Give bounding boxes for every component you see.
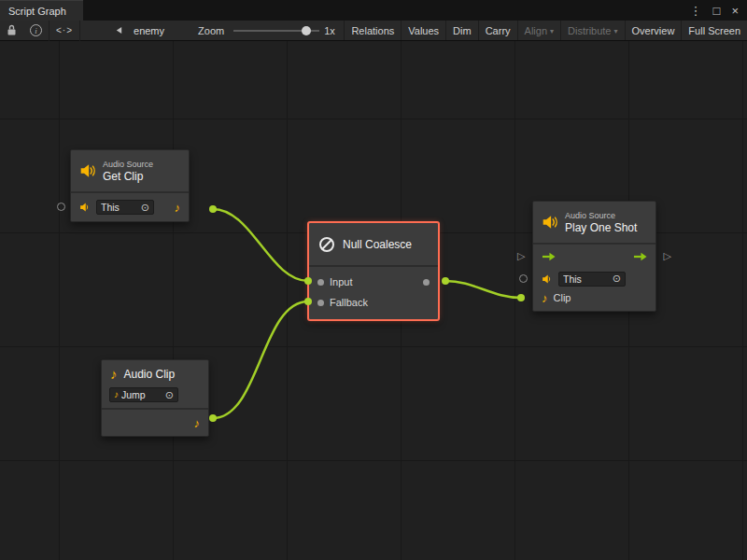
input-port-label: Input	[330, 276, 352, 287]
lock-icon[interactable]	[0, 21, 23, 40]
node-audio-clip[interactable]: ♪ Audio Clip ♪ Jump ⊙ ♪	[101, 359, 209, 437]
clip-output-port-icon[interactable]: ♪	[175, 202, 181, 214]
toolbar-button-dim[interactable]: Dim	[445, 21, 478, 40]
object-picker-icon[interactable]: ⊙	[165, 390, 174, 400]
caret-down-icon: ▾	[614, 27, 618, 35]
graph-pointer-icon	[108, 21, 130, 40]
this-dropdown[interactable]: This ⊙	[96, 200, 154, 215]
node-title: Get Clip	[103, 170, 153, 183]
note-icon: ♪	[114, 390, 119, 399]
zoom-slider-handle[interactable]	[302, 26, 311, 35]
toolbar-button-values[interactable]: Values	[401, 21, 445, 40]
caret-down-icon: ▾	[550, 27, 554, 35]
audio-clip-icon: ♪	[110, 367, 118, 381]
graph-toolbar: i <·> enemy Zoom 1x Relations Values Dim…	[0, 21, 747, 41]
audio-source-icon	[542, 214, 558, 231]
zoom-slider[interactable]	[233, 25, 319, 36]
zoom-value: 1x	[324, 25, 335, 36]
result-output-port[interactable]	[423, 279, 430, 286]
node-play-one-shot[interactable]: Audio Source Play One Shot	[532, 201, 656, 312]
audio-source-icon	[79, 162, 96, 179]
clip-input-port-icon[interactable]: ♪	[542, 292, 548, 304]
zoom-label: Zoom	[198, 25, 224, 36]
flow-in-outer-port[interactable]: ▷	[517, 251, 525, 261]
flow-out-port[interactable]	[633, 252, 647, 261]
graph-name: enemy	[134, 25, 164, 36]
wire-getclip-to-input	[213, 209, 308, 281]
node-null-coalesce[interactable]: Null Coalesce Input Fallback	[308, 222, 439, 320]
kebab-menu-icon[interactable]: ⋮	[690, 5, 702, 17]
node-play-one-shot-header[interactable]: Audio Source Play One Shot	[533, 202, 655, 243]
toolbar-button-distribute: Distribute▾	[560, 21, 624, 40]
node-null-coalesce-header[interactable]: Null Coalesce	[309, 223, 438, 265]
code-view-icon[interactable]: <·>	[49, 21, 79, 40]
maximize-icon[interactable]: □	[713, 5, 721, 17]
tab-title: Script Graph	[8, 6, 66, 17]
graph-canvas[interactable]: Audio Source Get Clip This ⊙ ♪	[0, 41, 747, 560]
window-controls: ⋮ □ ×	[690, 0, 747, 21]
close-icon[interactable]: ×	[731, 5, 739, 17]
toolbar-buttons: Relations Values Dim Carry Align▾ Distri…	[344, 21, 747, 40]
toolbar-button-carry[interactable]: Carry	[478, 21, 517, 40]
node-category: Audio Source	[565, 211, 637, 221]
node-audio-clip-header[interactable]: ♪ Audio Clip	[102, 360, 208, 385]
script-graph-window: Script Graph ⋮ □ × i <·> enemy Zoom 1x	[0, 0, 747, 560]
audio-clip-field-row: ♪ Jump ⊙	[102, 385, 208, 408]
toolbar-button-relations[interactable]: Relations	[344, 21, 401, 40]
wire-result-to-clip	[445, 281, 521, 298]
wire-audioclip-to-fallback	[213, 301, 308, 418]
toolbar-button-overview[interactable]: Overview	[625, 21, 682, 40]
speaker-icon	[542, 273, 553, 285]
clip-port-label: Clip	[554, 292, 571, 303]
fallback-port-label: Fallback	[330, 297, 368, 308]
node-category: Audio Source	[103, 160, 153, 170]
fallback-port[interactable]	[317, 300, 324, 306]
audio-clip-dropdown-value: Jump	[121, 389, 162, 400]
node-get-clip-header[interactable]: Audio Source Get Clip	[71, 150, 189, 191]
this-dropdown-value: This	[101, 202, 137, 213]
toolbar-button-align: Align▾	[517, 21, 560, 40]
flow-in-port[interactable]	[542, 252, 556, 261]
toolbar-separator	[79, 21, 80, 41]
object-picker-icon[interactable]: ⊙	[613, 273, 621, 284]
tab-script-graph[interactable]: Script Graph	[0, 0, 83, 21]
clip-output-port-icon[interactable]: ♪	[194, 417, 201, 429]
flow-out-outer-port[interactable]: ▷	[664, 251, 671, 261]
node-get-clip[interactable]: Audio Source Get Clip This ⊙ ♪	[70, 149, 190, 222]
object-picker-icon[interactable]: ⊙	[141, 203, 149, 213]
node-title: Audio Clip	[124, 368, 176, 381]
node-title: Play One Shot	[565, 221, 637, 234]
this-dropdown-value: This	[563, 273, 609, 285]
this-dropdown[interactable]: This ⊙	[558, 272, 626, 287]
input-port[interactable]	[317, 279, 324, 286]
this-input-port[interactable]	[519, 274, 528, 283]
tab-bar: Script Graph ⋮ □ ×	[0, 0, 747, 21]
toolbar-button-fullscreen[interactable]: Full Screen	[681, 21, 747, 40]
null-coalesce-icon	[317, 235, 336, 254]
speaker-icon	[79, 202, 91, 213]
node-title: Null Coalesce	[343, 238, 412, 251]
audio-clip-dropdown[interactable]: ♪ Jump ⊙	[109, 387, 178, 402]
this-input-port[interactable]	[57, 203, 65, 211]
info-icon[interactable]: i	[23, 21, 49, 40]
